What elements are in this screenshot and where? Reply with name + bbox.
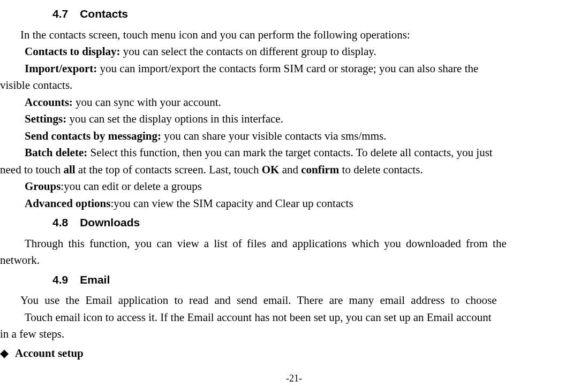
item-advanced-options: Advanced options:you can view the SIM ca… (0, 195, 588, 212)
label: Advanced options (25, 197, 110, 210)
heading-number: 4.8 (52, 214, 68, 231)
text: need to touch (0, 163, 63, 176)
intro-paragraph: In the contacts screen, touch menu icon … (0, 27, 588, 44)
item-batch-delete-line2: need to touch all at the top of contacts… (0, 162, 588, 179)
heading-4-9: 4.9Email (52, 271, 588, 288)
email-line2b: in a few steps. (0, 326, 588, 343)
label: Accounts: (25, 96, 73, 109)
label: Contacts to display: (25, 45, 120, 58)
item-groups: Groups:you can edit or delete a groups (0, 178, 588, 195)
text: you can share your visible contacts via … (161, 129, 387, 142)
heading-4-8: 4.8Downloads (52, 214, 588, 231)
text: in a few steps. (0, 327, 64, 340)
item-import-export-line2: visible contacts. (0, 77, 588, 94)
heading-number: 4.7 (52, 5, 68, 22)
confirm-word: confirm (301, 163, 339, 176)
bullet-account-setup: ◆Account setup (0, 345, 588, 362)
label: Settings: (25, 112, 66, 125)
heading-title: Email (80, 273, 110, 286)
heading-4-7: 4.7Contacts (52, 5, 588, 22)
page-number: -21- (0, 371, 588, 386)
label: Send contacts by messaging: (25, 129, 161, 142)
page-number-text: -21- (286, 373, 302, 384)
item-accounts: Accounts: you can sync with your account… (0, 94, 588, 111)
downloads-paragraph-line2: network. (0, 252, 588, 269)
text: you can sync with your account. (73, 96, 221, 109)
text: :you can edit or delete a groups (61, 180, 202, 193)
text: In the contacts screen, touch menu icon … (20, 28, 410, 41)
item-send-messaging: Send contacts by messaging: you can shar… (0, 128, 588, 145)
text: Select this function, then you can mark … (90, 146, 492, 159)
ok-word: OK (262, 163, 280, 176)
bullet-label: Account setup (15, 347, 84, 360)
label: Batch delete: (25, 146, 90, 159)
email-line1: You use the Email application to read an… (0, 292, 588, 309)
text: at the top of contacts screen. Last, tou… (76, 163, 262, 176)
heading-title: Contacts (80, 7, 128, 20)
downloads-paragraph-line1: Through this function, you can view a li… (0, 235, 588, 253)
item-import-export-line1: Import/export: you can import/export the… (0, 60, 588, 78)
text: to delete contacts. (339, 163, 423, 176)
and-word: and (279, 163, 301, 176)
text: Through this function, you can view a li… (25, 237, 507, 250)
text: You use the Email application to read an… (20, 294, 497, 307)
text: visible contacts. (0, 79, 72, 91)
heading-title: Downloads (80, 216, 140, 228)
label: Import/export: (25, 62, 97, 75)
diamond-bullet-icon: ◆ (0, 345, 15, 362)
document-page: 4.7Contacts In the contacts screen, touc… (0, 0, 588, 389)
label: Groups (25, 180, 61, 193)
item-settings: Settings: you can set the display option… (0, 111, 588, 128)
text: Touch email icon to access it. If the Em… (25, 311, 492, 324)
text: you can set the display options in this … (66, 112, 283, 125)
text: network. (0, 254, 40, 266)
item-batch-delete-line1: Batch delete: Select this function, then… (0, 144, 588, 162)
text: you can select the contacts on different… (120, 45, 376, 58)
email-line2a: Touch email icon to access it. If the Em… (0, 309, 588, 326)
all-word: all (63, 163, 75, 176)
text: :you can view the SIM capacity and Clear… (110, 197, 353, 210)
heading-number: 4.9 (52, 271, 68, 288)
text: you can import/export the contacts form … (97, 62, 478, 75)
item-contacts-to-display: Contacts to display: you can select the … (0, 43, 588, 60)
